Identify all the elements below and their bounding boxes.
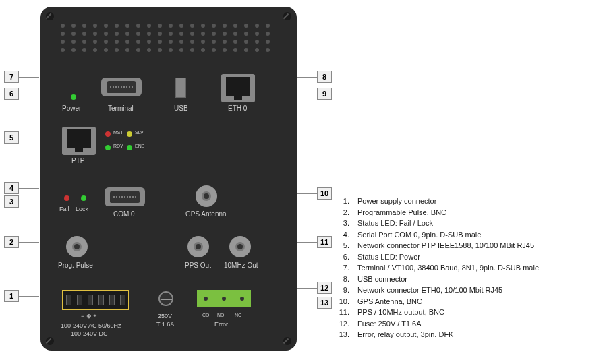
com0-port [105, 187, 145, 206]
power-spec1: 100-240V AC 50/60Hz [61, 322, 121, 329]
callout-11: 11 [297, 236, 332, 248]
legend-text: GPS Antenna, BNC [357, 296, 422, 307]
enb-label: ENB [135, 144, 144, 148]
pps-port [187, 236, 209, 257]
fuse-icon [158, 291, 173, 306]
fail-led-icon [64, 195, 69, 201]
usb-port [175, 78, 186, 98]
legend-row: 3.Status LED: Fail / Lock [337, 218, 539, 229]
legend-num: 4. [337, 229, 357, 241]
legend-row: 11.PPS / 10MHz output, BNC [337, 307, 539, 318]
callout-3: 3 [4, 195, 39, 208]
usb-label: USB [174, 104, 188, 112]
callout-9: 9 [297, 88, 332, 100]
legend-text: Status LED: Fail / Lock [357, 218, 433, 229]
legend-text: Programmable Pulse, BNC [357, 207, 446, 218]
slv-led-icon [127, 131, 132, 137]
rdy-label: RDY [113, 144, 123, 148]
legend-num: 6. [337, 251, 357, 263]
terminal-port [101, 78, 142, 96]
power-spec2: 100-240V DC [71, 330, 108, 337]
legend-text: Terminal / VT100, 38400 Baud, 8N1, 9pin.… [357, 262, 539, 274]
callout-6: 6 [4, 88, 39, 100]
prog-label: Prog. Pulse [58, 262, 93, 269]
mst-led-icon [105, 131, 111, 137]
screw-icon [46, 12, 54, 20]
relay-nc: NC [235, 313, 241, 317]
legend-text: Network connector ETH0, 10/100 Mbit RJ45 [357, 284, 502, 296]
legend-row: 4.Serial Port COM 0, 9pin. D-SUB male [337, 229, 539, 241]
prog-pulse-port [66, 236, 88, 257]
slv-label: SLV [135, 130, 144, 135]
ptp-port [62, 127, 96, 155]
legend-num: 10. [337, 296, 357, 307]
pps-label: PPS Out [185, 262, 211, 269]
callout-5: 5 [4, 131, 39, 144]
legend-num: 7. [337, 262, 357, 274]
legend-num: 3. [337, 218, 357, 229]
rdy-led-icon [105, 145, 111, 150]
eth0-label: ETH 0 [228, 104, 247, 112]
legend-text: Fuse: 250V / T1.6A [357, 318, 422, 330]
screw-icon [283, 337, 291, 345]
fuse-a: T 1.6A [156, 321, 174, 328]
screw-icon [283, 12, 291, 20]
power-label: Power [62, 104, 81, 112]
legend-num: 12. [337, 318, 357, 330]
gps-label: GPS Antenna [185, 210, 227, 218]
legend: 1.Power supply connector2.Programmable P… [337, 195, 539, 340]
legend-row: 13.Error, relay output, 3pin. DFK [337, 329, 539, 340]
relay-connector [197, 290, 251, 307]
legend-num: 5. [337, 240, 357, 251]
legend-text: USB connector [357, 274, 407, 285]
legend-row: 9.Network connector ETH0, 10/100 Mbit RJ… [337, 284, 539, 296]
lock-led-icon [81, 195, 86, 201]
screw-icon [46, 337, 54, 345]
ptp-label: PTP [71, 157, 84, 164]
gps-port [196, 185, 217, 207]
power-led-icon [71, 94, 76, 100]
mst-label: MST [113, 130, 123, 135]
power-connector [62, 290, 129, 310]
mhz-port [229, 236, 251, 257]
lock-label: Lock [76, 206, 88, 212]
callout-10: 10 [297, 187, 332, 200]
legend-num: 9. [337, 284, 357, 296]
legend-num: 1. [337, 195, 357, 207]
fail-label: Fail [59, 206, 69, 212]
fuse-v: 250V [158, 313, 172, 320]
vent-dots [61, 24, 277, 57]
legend-text: Status LED: Power [357, 251, 420, 263]
legend-text: Error, relay output, 3pin. DFK [357, 329, 453, 340]
callout-1: 1 [4, 290, 39, 302]
legend-row: 6.Status LED: Power [337, 251, 539, 263]
legend-text: PPS / 10MHz output, BNC [357, 307, 444, 318]
terminal-label: Terminal [108, 104, 134, 112]
callout-12: 12 [297, 282, 332, 294]
eth0-port [221, 74, 255, 102]
device-panel: Power Terminal USB ETH 0 PTP MST SLV RDY… [40, 7, 297, 351]
legend-row: 12.Fuse: 250V / T1.6A [337, 318, 539, 330]
legend-text: Serial Port COM 0, 9pin. D-SUB male [357, 229, 481, 241]
legend-num: 2. [337, 207, 357, 218]
legend-num: 11. [337, 307, 357, 318]
callout-13: 13 [297, 297, 332, 309]
legend-row: 10.GPS Antenna, BNC [337, 296, 539, 307]
mhz-label: 10MHz Out [224, 262, 258, 269]
legend-row: 8.USB connector [337, 274, 539, 285]
relay-no: NO [217, 313, 225, 317]
power-sym: − ⊕ + [81, 313, 97, 320]
com0-label: COM 0 [113, 210, 135, 218]
callout-7: 7 [4, 71, 39, 83]
legend-row: 7.Terminal / VT100, 38400 Baud, 8N1, 9pi… [337, 262, 539, 274]
legend-num: 8. [337, 274, 357, 285]
enb-led-icon [127, 145, 132, 150]
legend-num: 13. [337, 329, 357, 340]
callout-4: 4 [4, 182, 39, 194]
callout-8: 8 [297, 71, 332, 83]
error-label: Error [214, 321, 228, 328]
legend-text: Power supply connector [357, 195, 436, 207]
legend-row: 5.Network connector PTP IEEE1588, 10/100… [337, 240, 539, 251]
legend-row: 2.Programmable Pulse, BNC [337, 207, 539, 218]
relay-co: CO [202, 313, 210, 317]
